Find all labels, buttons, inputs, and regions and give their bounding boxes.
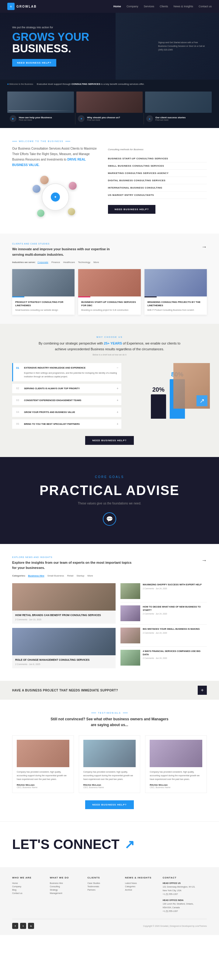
quick-link-sub-1: Find out more — [19, 119, 52, 121]
industry-tag-0[interactable]: Corporate — [37, 261, 48, 264]
industry-cards: PRODUCT STRATEGY CONSULTING FOR LINETHEM… — [12, 269, 207, 315]
why-item-num-4: 05 — [16, 422, 22, 425]
footer-link-categories[interactable]: Categories — [125, 885, 157, 888]
nav-link-clients[interactable]: Clients — [160, 5, 168, 8]
news-side-3: 4 WAYS FINANCIAL SERVICES COMPANIES USE … — [120, 650, 207, 669]
hero-title: GROWS YOUR BUSINESS. — [12, 31, 110, 54]
nav-link-company[interactable]: Company — [126, 5, 138, 8]
news-article-title-0[interactable]: HOW RETAIL BRANDS CAN BENEFIT FROM CONSU… — [15, 614, 112, 617]
news-cat-3[interactable]: Startup — [76, 574, 84, 577]
industry-tag-2[interactable]: Healthcare — [63, 261, 75, 264]
service-image-2 — [76, 92, 143, 113]
testimonial-text-2: Company has provided consistent, high qu… — [150, 770, 202, 781]
about-need-help-button[interactable]: NEED BUSINESS HELP? — [108, 205, 156, 214]
advise-subtitle: These values give us the foundations we … — [12, 502, 207, 505]
quick-link-3[interactable]: ▲ Our client success stories Find out mo… — [144, 113, 212, 124]
footer-social-twitter[interactable]: t — [20, 923, 26, 929]
why-item-text-0: Expertise in their settings and programm… — [16, 371, 118, 378]
industry-tag-4[interactable]: More — [93, 261, 99, 264]
industry-card-0: PRODUCT STRATEGY CONSULTING FOR LINETHEM… — [12, 269, 75, 315]
news-side-title-0[interactable]: MAXIMIZING SHOPIFY SUCCESS WITH EXPERT H… — [143, 583, 201, 587]
footer-col-title-clients: Clients — [87, 876, 119, 879]
footer-link-archive[interactable]: Archive — [125, 889, 157, 891]
why-item-title-1: SERVING CLIENTS IS ALWAYS OUR TOP PRIORI… — [24, 387, 115, 390]
testimonials-title: Still not convinced? See what other busi… — [49, 716, 170, 728]
footer-social-facebook[interactable]: f — [12, 923, 18, 929]
service-item-6[interactable]: US MARKET ENTRY CONSULTANTS — [108, 192, 207, 199]
news-side-title-1[interactable]: HOW TO DECIDE WHAT KIND OF NEW BUSINESS … — [143, 605, 207, 612]
news-side-img-0 — [120, 583, 140, 599]
quick-link-1[interactable]: ▶ How can help your Business Find out mo… — [7, 113, 75, 124]
why-header: Why choose us By combining our strategic… — [12, 336, 207, 356]
industries-arrow-icon[interactable]: → — [201, 244, 207, 250]
testimonials-cta-button[interactable]: NEED BUSINESS HELP? — [85, 800, 134, 809]
hero-subtitle: We put the strategy into action for — [12, 26, 110, 29]
footer-social-linkedin[interactable]: in — [28, 923, 34, 929]
why-item-0[interactable]: 01 EXTENSIVE INDUSTRY KNOWLEDGE AND EXPE… — [12, 363, 121, 381]
why-item-3[interactable]: 04 GROW YOUR PROFITS AND BUSINESS VALUE … — [12, 407, 121, 417]
why-item-4[interactable]: 05 BRING TO YOU THE BEST SPECIALIST PART… — [12, 419, 121, 429]
nav-link-contact[interactable]: Contact us — [198, 5, 212, 8]
news-cat-4[interactable]: More — [87, 574, 93, 577]
navbar: G GROWLAB Home Company Services Clients … — [0, 0, 219, 13]
why-item-title-4: BRING TO YOU THE BEST SPECIALIST PARTNER… — [24, 423, 115, 425]
service-item-1[interactable]: BUSINESS START-UP CONSULTING SERVICES — [108, 155, 207, 162]
footer-link-contact[interactable]: Contact us — [12, 892, 44, 894]
why-item-num-1: 02 — [16, 387, 22, 390]
why-item-2[interactable]: 03 CONSISTENT EXPERIENCED ENGAGEMENT TEA… — [12, 396, 121, 405]
advise-section: Core Goals PRACTICAL ADVISE These values… — [0, 457, 219, 544]
news-side-meta-1: 2 Comments · Jun 24, 2020 — [143, 612, 207, 615]
footer-link-strategy[interactable]: Strategy — [50, 889, 82, 891]
news-cat-1[interactable]: Small Business — [48, 574, 64, 577]
footer-link-latestnews[interactable]: Latest News — [125, 882, 157, 884]
connect-arrow-icon: ↗ — [125, 837, 135, 851]
industry-tag-3[interactable]: Technology — [78, 261, 90, 264]
footer-link-businesshire[interactable]: Business Hire — [50, 882, 82, 884]
industry-card-desc-0: Small business consulting our website de… — [15, 309, 72, 312]
footer-link-company[interactable]: Company — [12, 885, 44, 888]
news-side-0: MAXIMIZING SHOPIFY SUCCESS WITH EXPERT H… — [120, 583, 207, 602]
logo[interactable]: G GROWLAB — [7, 3, 37, 10]
service-item-4[interactable]: DIGITAL BUSINESS CONSULTING SERVICES — [108, 177, 207, 184]
news-cat-0[interactable]: Business Hire — [28, 574, 44, 577]
nav-link-home[interactable]: Home — [113, 5, 121, 8]
cta-banner: HAVE A BUSINESS PROJECT THAT NEEDS IMMED… — [0, 681, 219, 700]
news-article-title-1[interactable]: ROLE OF CHANGE MANAGEMENT CONSULTING SER… — [15, 658, 112, 662]
cta-banner-button[interactable]: + — [198, 686, 207, 695]
news-arrow-icon[interactable]: → — [201, 557, 207, 564]
news-cat-2[interactable]: Retail — [67, 574, 73, 577]
news-side-title-3[interactable]: 4 WAYS FINANCIAL SERVICES COMPANIES USE … — [143, 650, 207, 656]
service-item-5[interactable]: INTERNATIONAL BUSINESS CONSULTING — [108, 184, 207, 192]
news-article-1: ROLE OF CHANGE MANAGEMENT CONSULTING SER… — [12, 628, 115, 668]
why-label: Why choose us — [12, 336, 207, 338]
footer-col-news: News & Insights Latest News Categories A… — [125, 876, 157, 913]
why-content: 01 EXTENSIVE INDUSTRY KNOWLEDGE AND EXPE… — [12, 363, 207, 428]
quick-link-2[interactable]: ★ Why should you choose us? Find out mor… — [75, 113, 144, 124]
service-item-3[interactable]: MARKETING CONSULTING SERVICES AGENCY — [108, 170, 207, 177]
footer-col-title-news: News & Insights — [125, 876, 157, 879]
footer-link-partners[interactable]: Partners — [87, 889, 119, 891]
news-side-title-2[interactable]: BIG MISTAKES YOUR SMALL BUSINESS IS MAKI… — [143, 628, 200, 631]
footer-link-consulting[interactable]: Consulting — [50, 885, 82, 888]
nav-link-news[interactable]: News & Insights — [173, 5, 193, 8]
news-layout: HOW RETAIL BRANDS CAN BENEFIT FROM CONSU… — [12, 583, 207, 669]
footer-link-casestudies[interactable]: Case Studies — [87, 882, 119, 884]
about-section-label: Welcome to the Business — [12, 140, 99, 142]
footer-link-blog[interactable]: Blog — [12, 889, 44, 891]
why-item-toggle-1: + — [117, 387, 118, 390]
hero-cta-button[interactable]: NEED BUSINESS HELP? — [12, 59, 56, 67]
nav-link-services[interactable]: Services — [144, 5, 154, 8]
footer-link-home[interactable]: Home — [12, 882, 44, 884]
quick-link-label-2: Why should you choose us? — [87, 116, 120, 119]
footer-link-management[interactable]: Management — [50, 892, 82, 894]
testimonial-img-1 — [83, 740, 136, 767]
advise-label: Core Goals — [12, 475, 207, 479]
why-item-1[interactable]: 02 SERVING CLIENTS IS ALWAYS OUR TOP PRI… — [12, 384, 121, 393]
testimonials-section: Testimonials Still not convinced? See wh… — [0, 700, 219, 821]
advise-icon[interactable]: 💬 — [103, 512, 116, 526]
service-item-2[interactable]: SMALL BUSINESS CONSULTING SERVICES — [108, 162, 207, 170]
industry-tag-1[interactable]: Finance — [51, 261, 60, 264]
industry-card-title-2: BRANDING CONSULTING PROJECTS BY THE LINE… — [147, 301, 204, 307]
why-need-help-button[interactable]: NEED BUSINESS HELP? — [85, 436, 134, 445]
footer-link-testimonials[interactable]: Testimonials — [87, 885, 119, 888]
